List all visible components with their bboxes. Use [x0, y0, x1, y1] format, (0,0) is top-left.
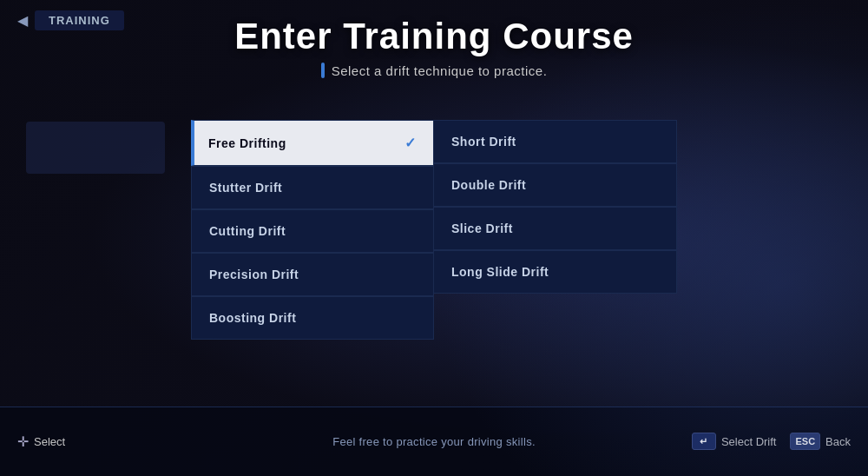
menu-item-stutter-drift[interactable]: Stutter Drift: [191, 166, 434, 209]
menu-item-short-drift[interactable]: Short Drift: [434, 120, 677, 163]
subtitle-bar: Select a drift technique to practice.: [0, 63, 868, 78]
menu-item-label: Precision Drift: [209, 268, 299, 281]
subtitle-text: Select a drift technique to practice.: [332, 63, 548, 78]
page-title: Enter Training Course: [0, 16, 868, 57]
right-column: Short Drift Double Drift Slice Drift Lon…: [434, 120, 677, 340]
menu-item-label: Stutter Drift: [209, 181, 282, 195]
left-column: Free Drifting ✓ Stutter Drift Cutting Dr…: [191, 120, 434, 340]
menu-item-long-slide-drift[interactable]: Long Slide Drift: [434, 250, 677, 294]
menu-item-label: Cutting Drift: [209, 224, 286, 238]
menu-item-label: Long Slide Drift: [451, 265, 549, 279]
menu-item-precision-drift[interactable]: Precision Drift: [191, 253, 434, 296]
header: Enter Training Course Select a drift tec…: [0, 0, 868, 85]
top-navigation: ◀ TRAINING: [17, 10, 124, 30]
subtitle-accent-bar: [321, 63, 325, 78]
top-nav-label: TRAINING: [35, 10, 124, 30]
menu-item-label: Short Drift: [451, 135, 516, 149]
menu-item-cutting-drift[interactable]: Cutting Drift: [191, 209, 434, 253]
menu-item-double-drift[interactable]: Double Drift: [434, 163, 677, 207]
back-arrow-icon: ◀: [17, 12, 28, 29]
menu-item-slice-drift[interactable]: Slice Drift: [434, 207, 677, 250]
menu-item-boosting-drift[interactable]: Boosting Drift: [191, 296, 434, 340]
menu-item-label: Free Drifting: [208, 136, 286, 150]
main-content: ◀ TRAINING Enter Training Course Select …: [0, 0, 868, 476]
menu-item-free-drifting[interactable]: Free Drifting ✓: [191, 120, 434, 166]
menu-item-label: Boosting Drift: [209, 311, 296, 325]
check-icon: ✓: [404, 135, 417, 151]
menu-item-label: Slice Drift: [451, 221, 513, 235]
menu-item-label: Double Drift: [451, 178, 526, 192]
menu-container: Free Drifting ✓ Stutter Drift Cutting Dr…: [191, 120, 677, 340]
